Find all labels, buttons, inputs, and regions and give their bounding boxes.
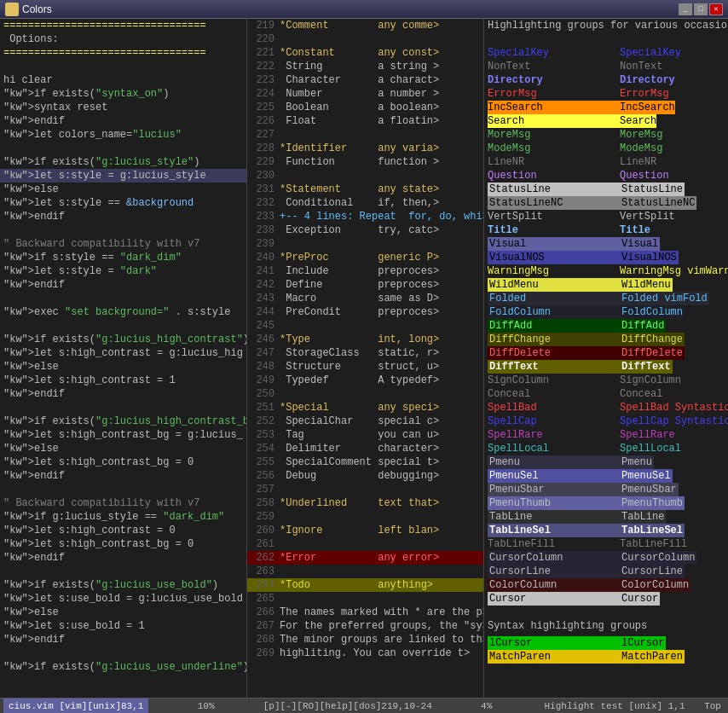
middle-line: 222 String a string >	[247, 60, 483, 73]
hl-col2: StatusLine	[620, 183, 685, 196]
editor-main: ================================= Option…	[0, 19, 728, 698]
hl-col1: Cursor	[488, 592, 620, 606]
hl-group-row: DiffAddDiffAdd	[484, 319, 728, 333]
hl-col1: DiffChange	[488, 333, 620, 346]
hl-group-row: SearchSearch	[484, 114, 728, 128]
hl-col1: StatusLine	[488, 183, 620, 196]
hl-col1: Folded	[488, 292, 620, 305]
hl-col1: SpellRare	[488, 428, 620, 442]
middle-line: 238 Exception try, catc>	[247, 223, 483, 237]
middle-line: 242 Define preproces>	[247, 278, 483, 292]
hl-col2: Pmenu	[620, 455, 654, 469]
middle-line: 226 Float a floatin>	[247, 114, 483, 128]
middle-line: 256 Debug debugging>	[247, 469, 483, 483]
hl-group-row: LineNRLineNR	[484, 155, 728, 169]
middle-line: 248 Structure struct, u>	[247, 360, 483, 374]
right-pane-title: Highlighting groups for various occasio	[484, 19, 728, 32]
middle-line: 262*Error any error>	[247, 551, 483, 565]
syntax-group-row: MatchParenMatchParen	[484, 650, 728, 664]
hl-group-row: StatusLineStatusLine	[484, 183, 728, 196]
hl-group-row: DirectoryDirectory	[484, 73, 728, 87]
status-right: Highlight test [unix] 1,1 Top	[541, 701, 725, 711]
status-percent-right: 4%	[474, 701, 499, 711]
window-controls: _ □ ✕	[679, 3, 723, 15]
syntax-hl-col2: lCursor	[620, 636, 666, 650]
middle-line: 258*Underlined text that>	[247, 496, 483, 510]
middle-line: 245	[247, 319, 483, 333]
hl-col2: Question	[620, 169, 669, 183]
hl-col1: PmenuSbar	[488, 483, 620, 496]
middle-line: 221*Constant any const>	[247, 46, 483, 60]
hl-group-row: ModeMsgModeMsg	[484, 142, 728, 155]
hl-col1: TabLineFill	[488, 537, 620, 551]
hl-group-row: TitleTitle	[484, 223, 728, 237]
hl-col1: VisualNOS	[488, 251, 620, 264]
hl-group-row: PmenuPmenu	[484, 455, 728, 469]
left-pane-content[interactable]: ================================= Option…	[0, 19, 246, 698]
hl-group-row: WarningMsgWarningMsg vimWarn vimB	[484, 264, 728, 278]
hl-col2: SpellBad SyntasticError	[620, 401, 728, 414]
hl-col1: VertSplit	[488, 210, 620, 223]
minimize-button[interactable]: _	[679, 3, 692, 15]
close-button[interactable]: ✕	[709, 3, 723, 15]
hl-col1: TabLine	[488, 510, 620, 524]
hl-col1: CursorColumn	[488, 551, 620, 565]
middle-line: 223 Character a charact>	[247, 73, 483, 87]
middle-line: 259	[247, 510, 483, 524]
hl-group-row: TabLineTabLine	[484, 510, 728, 524]
hl-group-row: TabLineSelTabLineSel	[484, 524, 728, 537]
hl-col2: PmenuThumb	[620, 496, 685, 510]
hl-col2: VisualNOS	[620, 251, 679, 264]
title-bar: Colors _ □ ✕	[0, 0, 728, 19]
hl-group-row: PmenuSelPmenuSel	[484, 469, 728, 483]
status-percent-left: 10%	[191, 701, 222, 711]
hl-group-row: SpellLocalSpellLocal	[484, 442, 728, 455]
hl-col1: DiffDelete	[488, 346, 620, 360]
middle-line: 227	[247, 128, 483, 142]
hl-group-row: MoreMsgMoreMsg	[484, 128, 728, 142]
middle-line: 241 Include preproces>	[247, 264, 483, 278]
hl-col1: Pmenu	[488, 455, 620, 469]
middle-line: 224 Number a number >	[247, 87, 483, 101]
hl-col1: Question	[488, 169, 620, 183]
hl-group-row: CursorCursor	[484, 592, 728, 606]
hl-group-row: SignColumnSignColumn	[484, 374, 728, 387]
right-pane: Highlighting groups for various occasioS…	[484, 19, 728, 698]
hl-group-row: TabLineFillTabLineFill	[484, 537, 728, 551]
hl-col2: SignColumn	[620, 374, 681, 387]
hl-col2: SpecialKey	[620, 46, 681, 60]
hl-group-row: StatusLineNCStatusLineNC	[484, 196, 728, 210]
hl-col1: SpellBad	[488, 401, 620, 414]
hl-col2: WarningMsg vimWarn vimB	[620, 264, 728, 278]
middle-line: 225 Boolean a boolean>	[247, 101, 483, 114]
hl-group-row: NonTextNonText	[484, 60, 728, 73]
window-title: Colors	[22, 3, 52, 15]
middle-line: 243 Macro same as D>	[247, 292, 483, 305]
middle-line: 233+-- 4 lines: Repeat for, do, whi>	[247, 210, 483, 223]
hl-col2: SpellCap SyntasticWarni	[620, 414, 728, 428]
middle-pane-content[interactable]: 219*Comment any comme>220221*Constant an…	[247, 19, 483, 698]
middle-line: 255 SpecialComment special t>	[247, 455, 483, 469]
hl-group-row: VisualNOSVisualNOS	[484, 251, 728, 264]
hl-col1: NonText	[488, 60, 620, 73]
maximize-button[interactable]: □	[694, 3, 708, 15]
hl-group-row: ConcealConceal	[484, 387, 728, 401]
hl-group-row: SpellRareSpellRare	[484, 428, 728, 442]
hl-group-row: PmenuSbarPmenuSbar	[484, 483, 728, 496]
hl-col2: DiffChange	[620, 333, 685, 346]
middle-line: 264*Todo anything>	[247, 578, 483, 592]
right-pane-content[interactable]: Highlighting groups for various occasioS…	[484, 19, 728, 698]
hl-group-row: VisualVisual	[484, 237, 728, 251]
middle-line: 232 Conditional if, then,>	[247, 196, 483, 210]
status-bar: cius.vim [vim][unix]83,1 10% [p][-][RO][…	[0, 698, 728, 713]
hl-group-row: ColorColumnColorColumn	[484, 578, 728, 592]
hl-col2: SpellRare	[620, 428, 675, 442]
hl-group-row: CursorColumnCursorColumn	[484, 551, 728, 565]
syntax-group-row: lCursorlCursor	[484, 636, 728, 650]
hl-col1: Directory	[488, 73, 620, 87]
hl-group-row: QuestionQuestion	[484, 169, 728, 183]
syntax-hl-col1: MatchParen	[488, 650, 620, 664]
hl-col1: PmenuThumb	[488, 496, 620, 510]
hl-col1: CursorLine	[488, 565, 620, 578]
middle-line: 219*Comment any comme>	[247, 19, 483, 32]
